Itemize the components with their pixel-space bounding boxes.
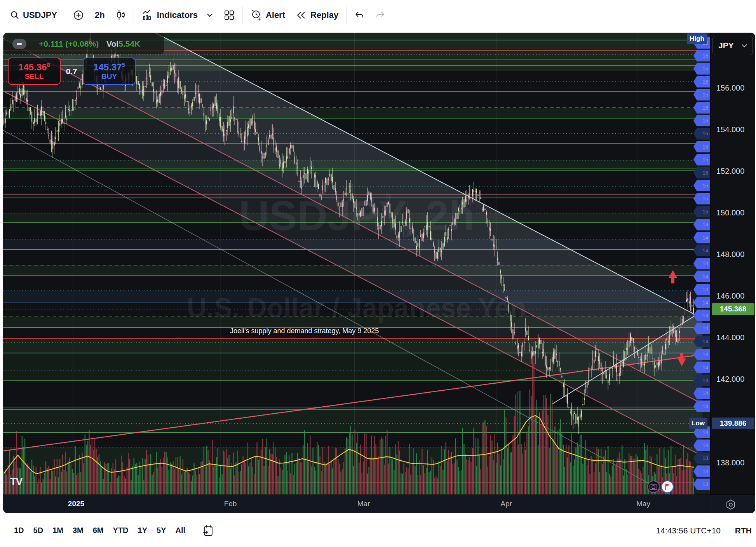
range-button-3m[interactable]: 3M: [68, 523, 88, 538]
range-button-1d[interactable]: 1D: [9, 523, 29, 538]
currency-dropdown[interactable]: JPY: [712, 36, 753, 55]
symbol-name: USDJPY: [23, 10, 57, 20]
price-alert-tag[interactable]: 15: [693, 154, 710, 166]
alert-clock-icon: [251, 9, 262, 21]
buy-button[interactable]: 145.375 BUY: [83, 58, 136, 85]
clock-display[interactable]: 14:43:56 UTC+10: [656, 514, 721, 547]
price-alert-tag[interactable]: 14: [693, 284, 710, 295]
volume-label: Vol: [106, 39, 118, 48]
price-zone: [3, 407, 710, 432]
range-button-1m[interactable]: 1M: [48, 523, 68, 538]
price-alert-tag[interactable]: 14: [693, 336, 710, 347]
price-alert-tag[interactable]: 13: [693, 453, 710, 464]
buy-price: 145.37: [93, 62, 122, 72]
price-scale-label: 154.000: [716, 125, 744, 134]
layout-templates-button[interactable]: [218, 10, 240, 21]
price-alert-tag[interactable]: 15: [693, 128, 710, 140]
price-scale-label: 152.000: [716, 167, 744, 176]
price-alert-tag[interactable]: 15: [693, 102, 710, 114]
top-toolbar: USDJPY 2h Indicators: [0, 0, 756, 30]
time-axis[interactable]: 2025FebMarAprMay: [3, 495, 755, 513]
sell-price: 145.36: [18, 62, 47, 72]
sell-label: SELL: [25, 73, 44, 80]
price-alert-tag[interactable]: 14: [693, 297, 710, 308]
indicators-label: Indicators: [157, 10, 198, 20]
price-alert-tag[interactable]: 14: [693, 323, 710, 334]
chevron-down-icon: [207, 13, 213, 17]
range-button-ytd[interactable]: YTD: [108, 523, 133, 538]
price-alert-tag[interactable]: 14: [693, 400, 710, 412]
symbol-search-button[interactable]: USDJPY: [0, 10, 63, 20]
compare-add-button[interactable]: [68, 10, 89, 21]
price-alert-tag[interactable]: 15: [693, 115, 710, 126]
undo-button[interactable]: [349, 11, 370, 19]
candlestick-style-icon: [116, 9, 126, 21]
price-alert-tag[interactable]: 15: [693, 50, 710, 61]
price-alert-tag[interactable]: 15: [693, 76, 710, 87]
price-alert-tag[interactable]: 14: [693, 245, 710, 256]
volume-value: 5.54K: [118, 39, 140, 48]
range-button-6m[interactable]: 6M: [88, 523, 108, 538]
toolbar-separator: [65, 7, 65, 24]
range-button-5y[interactable]: 5Y: [152, 523, 171, 538]
price-alert-tag[interactable]: 13: [693, 439, 710, 451]
grid-layout-icon: [224, 10, 235, 21]
go-to-date-button[interactable]: [198, 524, 218, 537]
price-alert-tag[interactable]: 15: [693, 193, 710, 204]
date-range-row: 1D5D1M3M6MYTD1Y5YAll: [0, 523, 190, 538]
range-button-5d[interactable]: 5D: [29, 523, 48, 538]
tradingview-window: USDJPY 2h Indicators: [0, 0, 756, 547]
gear-hexagon-icon: [725, 499, 736, 510]
undo-icon: [354, 11, 364, 19]
range-button-all[interactable]: All: [171, 523, 190, 538]
low-price-tag: Low: [689, 418, 707, 429]
price-alert-tag[interactable]: 15: [693, 63, 710, 75]
chart-plot-area[interactable]: USDJPY, 2h U.S. Dollar / Japanese Yen Jo…: [3, 33, 710, 495]
price-alert-tag[interactable]: 15: [693, 167, 710, 178]
price-alert-tag[interactable]: 15: [693, 180, 710, 191]
toolbar-separator: [134, 7, 134, 24]
price-alert-tag[interactable]: 14: [693, 232, 710, 243]
price-alert-tag[interactable]: 14: [693, 219, 710, 231]
price-alert-tag[interactable]: 14: [693, 258, 710, 269]
price-alert-tag[interactable]: 14: [693, 309, 710, 321]
plus-circle-icon: [73, 10, 84, 21]
indicators-button[interactable]: Indicators: [136, 10, 218, 21]
price-change: +0.111 (+0.08%): [39, 39, 99, 48]
interval-button[interactable]: 2h: [89, 10, 110, 20]
symbol-status-line: +0.111 (+0.08%) Vol5.54K: [39, 39, 140, 49]
price-alert-tag[interactable]: 14: [693, 349, 710, 360]
price-scale-label: 148.000: [716, 250, 744, 259]
bottom-separator: [194, 523, 194, 538]
screenshot-icon[interactable]: [647, 481, 660, 493]
price-scale-label: 138.000: [716, 458, 744, 467]
replay-label: Replay: [310, 10, 338, 20]
price-alert-tag[interactable]: 15: [693, 89, 710, 101]
chart-annotation-text[interactable]: Joeli's supply and demand strategy, May …: [230, 327, 379, 335]
price-alert-tag[interactable]: 13: [693, 465, 710, 477]
time-axis-label-may: May: [636, 500, 650, 508]
price-alert-tag[interactable]: 14: [693, 362, 710, 373]
range-button-1y[interactable]: 1Y: [133, 523, 152, 538]
price-scale-label: 142.000: [716, 375, 744, 384]
sell-button[interactable]: 145.368 SELL: [8, 58, 61, 85]
session-settings-button[interactable]: [724, 498, 737, 511]
chart-style-button[interactable]: [110, 9, 131, 21]
price-alert-tag[interactable]: 15: [693, 141, 710, 152]
redo-button[interactable]: [370, 11, 391, 19]
tradingview-logo[interactable]: TV: [10, 476, 22, 488]
price-alert-tag[interactable]: 15: [693, 206, 710, 217]
replay-icon: [296, 10, 307, 20]
price-scale[interactable]: JPY 145.368 139.886 156.000154.000152.00…: [710, 33, 755, 495]
replay-button[interactable]: Replay: [291, 10, 344, 20]
price-alert-tag[interactable]: 14: [693, 271, 710, 282]
redo-icon: [375, 11, 385, 19]
chart-pane: USDJPY, 2h U.S. Dollar / Japanese Yen Jo…: [3, 33, 755, 513]
price-alert-tag[interactable]: 14: [693, 374, 710, 386]
price-alert-tag[interactable]: 14: [693, 388, 710, 399]
price-alert-tag[interactable]: 13: [693, 479, 710, 490]
publish-idea-icon[interactable]: [661, 481, 674, 493]
legend-collapse-button[interactable]: [12, 39, 26, 49]
session-rth-button[interactable]: RTH: [735, 514, 752, 547]
alert-button[interactable]: Alert: [245, 9, 291, 21]
